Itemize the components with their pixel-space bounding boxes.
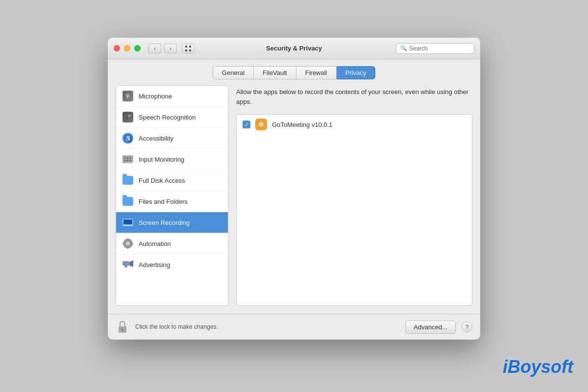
maximize-button[interactable] (134, 45, 141, 51)
sidebar-label-advertising: Advertising (139, 261, 170, 269)
gotomeeting-icon: ✻ (258, 121, 264, 128)
svg-rect-16 (127, 238, 128, 240)
svg-rect-9 (127, 160, 128, 161)
tabs-bar: General FileVault Firewall Privacy (108, 59, 480, 85)
svg-rect-18 (122, 243, 124, 244)
svg-rect-0 (185, 46, 187, 48)
lock-text: Click the lock to make changes. (135, 323, 218, 330)
files-and-folders-icon (122, 196, 134, 207)
gotomeeting-name: GoToMeeting v10.0.1 (272, 121, 333, 128)
minimize-button[interactable] (124, 45, 130, 51)
svg-rect-22 (124, 266, 127, 268)
tab-filevault[interactable]: FileVault (254, 66, 296, 79)
tab-privacy[interactable]: Privacy (337, 66, 376, 79)
sidebar-item-microphone[interactable]: 🎙 Microphone (116, 86, 228, 107)
svg-rect-1 (189, 46, 191, 48)
forward-button[interactable]: › (164, 44, 177, 53)
sidebar-label-screen-recording: Screen Recording (139, 219, 190, 226)
svg-rect-12 (123, 220, 132, 224)
sidebar-item-files-and-folders[interactable]: Files and Folders (116, 191, 228, 212)
svg-rect-6 (127, 157, 128, 159)
advertising-icon (122, 259, 134, 270)
sidebar-label-automation: Automation (139, 240, 171, 247)
svg-rect-4 (123, 156, 132, 162)
svg-rect-17 (127, 247, 128, 249)
description-text: Allow the apps below to record the conte… (236, 85, 472, 108)
tab-general[interactable]: General (213, 66, 254, 79)
content-area: 🎙 Microphone 🎤 Speech Recognition ♿ Acce… (116, 85, 472, 306)
svg-rect-13 (126, 225, 129, 226)
svg-rect-2 (185, 49, 187, 51)
sidebar-item-screen-recording[interactable]: Screen Recording (116, 212, 228, 233)
apps-list: ✓ ✻ GoToMeeting v10.0.1 (236, 114, 472, 306)
help-button[interactable]: ? (462, 321, 472, 332)
speech-recognition-icon: 🎤 (122, 111, 134, 123)
sidebar-item-speech-recognition[interactable]: 🎤 Speech Recognition (116, 107, 228, 128)
close-button[interactable] (114, 45, 120, 51)
sidebar: 🎙 Microphone 🎤 Speech Recognition ♿ Acce… (116, 85, 228, 306)
nav-buttons: ‹ › (148, 44, 195, 53)
sidebar-label-full-disk-access: Full Disk Access (139, 177, 185, 184)
back-button[interactable]: ‹ (148, 44, 161, 53)
accessibility-icon: ♿ (122, 132, 134, 144)
bottom-bar: Click the lock to make changes. Advanced… (108, 314, 480, 340)
svg-rect-19 (131, 243, 133, 244)
sidebar-item-automation[interactable]: Automation (116, 233, 228, 254)
gotomeeting-logo: ✻ (255, 119, 267, 130)
sidebar-label-input-monitoring: Input Monitoring (139, 156, 184, 163)
input-monitoring-icon (122, 153, 134, 165)
sidebar-label-accessibility: Accessibility (139, 135, 173, 142)
main-window: ‹ › Security & Privacy 🔍 General FileVau… (108, 38, 480, 340)
svg-rect-7 (129, 157, 131, 159)
app-row: ✓ ✻ GoToMeeting v10.0.1 (237, 115, 472, 134)
app-checkbox-gotomeeting[interactable]: ✓ (243, 121, 250, 128)
sidebar-label-speech-recognition: Speech Recognition (139, 114, 196, 121)
search-input[interactable] (409, 45, 470, 52)
svg-rect-3 (189, 49, 191, 51)
search-box[interactable]: 🔍 (396, 43, 474, 54)
screen-recording-icon (122, 217, 134, 228)
microphone-icon: 🎙 (122, 90, 134, 102)
svg-rect-8 (124, 160, 126, 161)
svg-point-15 (126, 242, 130, 245)
svg-rect-5 (124, 157, 126, 159)
sidebar-item-input-monitoring[interactable]: Input Monitoring (116, 149, 228, 170)
grid-button[interactable] (182, 44, 195, 53)
titlebar: ‹ › Security & Privacy 🔍 (108, 38, 480, 59)
advanced-button[interactable]: Advanced... (405, 320, 456, 334)
svg-rect-20 (122, 261, 129, 266)
window-title: Security & Privacy (266, 45, 322, 52)
traffic-lights (114, 45, 141, 51)
search-icon: 🔍 (400, 45, 407, 51)
full-disk-access-icon (122, 174, 134, 186)
checkmark-icon: ✓ (245, 122, 249, 127)
svg-marker-21 (129, 260, 133, 267)
sidebar-item-advertising[interactable]: Advertising (116, 254, 228, 275)
lock-icon[interactable] (116, 320, 129, 334)
sidebar-label-microphone: Microphone (139, 93, 172, 100)
automation-icon (122, 238, 134, 249)
svg-rect-25 (122, 330, 123, 331)
main-panel: Allow the apps below to record the conte… (236, 85, 472, 306)
sidebar-label-files-and-folders: Files and Folders (139, 198, 188, 205)
svg-rect-10 (129, 160, 131, 161)
sidebar-item-full-disk-access[interactable]: Full Disk Access (116, 170, 228, 191)
iboysoft-logo: iBoysoft (503, 357, 573, 377)
tab-firewall[interactable]: Firewall (296, 66, 337, 79)
sidebar-item-accessibility[interactable]: ♿ Accessibility (116, 128, 228, 149)
